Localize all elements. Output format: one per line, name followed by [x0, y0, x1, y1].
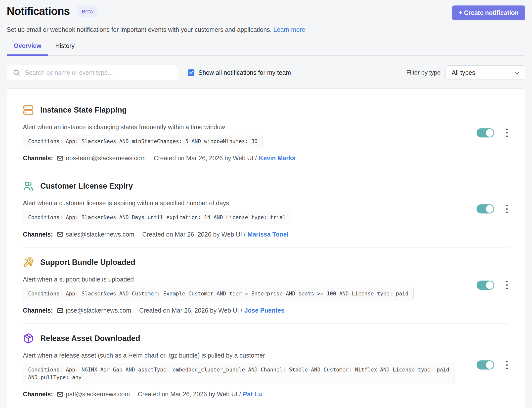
card-actions: [477, 360, 509, 370]
team-checkbox[interactable]: [188, 69, 194, 76]
server-icon: [23, 105, 34, 116]
created-by-link[interactable]: Marissa Tonel: [247, 231, 288, 238]
card-title-row: Support Bundle Uploaded: [23, 257, 509, 268]
enable-toggle[interactable]: [477, 281, 494, 290]
created-by-link[interactable]: Jose Puentes: [244, 307, 284, 314]
type-filter-value: All types: [452, 69, 475, 76]
card-title-row: Instance State Flapping: [23, 105, 509, 116]
toggle-knob: [486, 129, 493, 137]
mail-icon: [57, 307, 63, 314]
package-icon: [23, 333, 34, 344]
toggle-knob: [486, 205, 493, 213]
learn-more-link[interactable]: Learn more: [273, 26, 305, 33]
mail-icon: [57, 391, 63, 398]
notification-title: Release Asset Downloaded: [40, 334, 140, 343]
notification-title: Support Bundle Uploaded: [40, 258, 135, 267]
card-actions: [477, 280, 509, 290]
users-icon: [23, 181, 34, 192]
created-by-link[interactable]: Pat Lu: [243, 391, 262, 398]
notification-card: Release Asset Downloaded Alert when a re…: [23, 324, 509, 407]
channels-row: Channels: jose@slackernews.com Created o…: [23, 307, 509, 314]
tab-overview[interactable]: Overview: [7, 40, 48, 56]
notification-card: Instance State Flapping Alert when an in…: [23, 95, 509, 171]
channels-row: Channels: sales@slackernews.com Created …: [23, 231, 509, 238]
created-by-link[interactable]: Kevin Marks: [259, 155, 295, 162]
title-wrap: Notifications Beta: [7, 5, 97, 17]
kebab-menu-button[interactable]: [505, 360, 509, 370]
channels-label: Channels:: [23, 307, 53, 314]
created-text: Created on Mar 26, 2026 by Web UI /: [139, 307, 242, 314]
enable-toggle[interactable]: [477, 204, 494, 213]
conditions-box: Conditions: App: NGINX Air Gap AND asset…: [23, 363, 454, 384]
notifications-page: Notifications Beta + Create notification…: [0, 0, 532, 408]
notification-card: Customer License Expiry Alert when a cus…: [23, 171, 509, 247]
search-input[interactable]: [7, 65, 178, 80]
page-header: Notifications Beta + Create notification: [7, 5, 525, 20]
create-notification-button[interactable]: + Create notification: [452, 5, 525, 20]
kebab-menu-button[interactable]: [505, 204, 509, 214]
created-text: Created on Mar 26, 2026 by Web UI /: [138, 391, 241, 398]
channels-row: Channels: patl@slackernews.com Created o…: [23, 391, 509, 398]
notification-description: Alert when a support bundle is uploaded: [23, 276, 470, 283]
tab-bar: Overview History: [7, 40, 525, 56]
card-actions: [477, 127, 509, 138]
enable-toggle[interactable]: [477, 128, 494, 137]
channels-label: Channels:: [23, 155, 53, 162]
notification-description: Alert when a customer license is expirin…: [23, 200, 470, 207]
conditions-box: Conditions: App: SlackerNews AND minStat…: [23, 135, 263, 148]
search-wrap: [7, 65, 178, 80]
conditions-box: Conditions: App: SlackerNews AND Days un…: [23, 211, 291, 224]
channels-row: Channels: ops-team@slackernews.com Creat…: [23, 155, 509, 162]
conditions-box: Conditions: App: SlackerNews AND Custome…: [23, 287, 414, 300]
chevron-down-icon: [514, 70, 520, 77]
card-title-row: Release Asset Downloaded: [23, 333, 509, 344]
search-icon: [13, 69, 20, 76]
channel-email: sales@slackernews.com: [66, 231, 134, 238]
channel-email: ops-team@slackernews.com: [66, 155, 146, 162]
tab-history[interactable]: History: [48, 40, 82, 55]
mail-icon: [57, 231, 63, 238]
toggle-knob: [486, 361, 493, 369]
page-title: Notifications: [7, 5, 70, 17]
enable-toggle[interactable]: [477, 360, 494, 369]
card-actions: [477, 204, 509, 214]
notification-list: Instance State Flapping Alert when an in…: [7, 88, 525, 408]
notification-title: Instance State Flapping: [40, 106, 127, 115]
notification-card: Support Bundle Uploaded Alert when a sup…: [23, 247, 509, 324]
team-checkbox-label[interactable]: Show all notifications for my team: [198, 69, 291, 76]
kebab-menu-button[interactable]: [505, 127, 509, 138]
check-icon: [189, 70, 193, 75]
mail-icon: [57, 155, 63, 162]
channels-label: Channels:: [23, 231, 53, 238]
notification-description: Alert when an instance is changing state…: [23, 123, 470, 131]
toggle-knob: [486, 281, 493, 289]
page-subtitle: Set up email or webhook notifications fo…: [7, 26, 525, 33]
channel-email: patl@slackernews.com: [66, 391, 130, 398]
kebab-menu-button[interactable]: [505, 280, 509, 290]
notification-title: Customer License Expiry: [40, 182, 133, 191]
filter-by-type-label: Filter by type: [406, 69, 441, 76]
created-text: Created on Mar 26, 2026 by Web UI /: [154, 155, 257, 162]
beta-badge: Beta: [77, 6, 97, 17]
card-title-row: Customer License Expiry: [23, 181, 509, 192]
filter-row: Show all notifications for my team Filte…: [7, 65, 525, 80]
channels-label: Channels:: [23, 391, 53, 398]
created-text: Created on Mar 26, 2026 by Web UI /: [142, 231, 245, 238]
notification-description: Alert when a release asset (such as a He…: [23, 352, 470, 359]
channel-email: jose@slackernews.com: [66, 307, 131, 314]
type-filter-select[interactable]: All types: [445, 65, 525, 80]
subtitle-text: Set up email or webhook notifications fo…: [7, 26, 272, 33]
tools-icon: [23, 257, 34, 268]
